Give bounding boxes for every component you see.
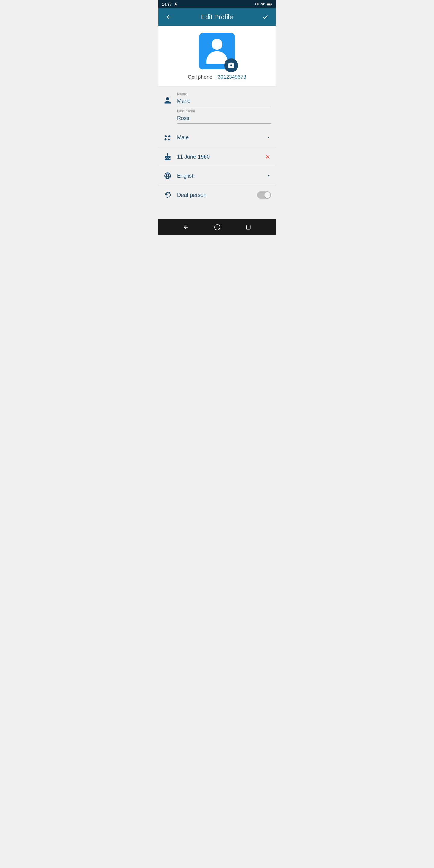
last-name-group: Last name xyxy=(177,107,271,124)
gender-value: Male xyxy=(177,134,261,141)
status-bar-right xyxy=(255,2,272,6)
cellphone-number: +3912345678 xyxy=(215,74,246,80)
last-name-input[interactable] xyxy=(177,114,271,124)
svg-text:♂♀: ♂♀ xyxy=(166,138,169,141)
person-icon xyxy=(163,96,172,104)
profile-section: Cell phone +3912345678 xyxy=(158,26,276,86)
vibrate-icon xyxy=(255,2,259,6)
nav-back-button[interactable] xyxy=(181,222,191,233)
name-row: Name Last name xyxy=(158,86,276,125)
svg-point-4 xyxy=(169,192,170,193)
gender-icon: ♂♀ xyxy=(163,133,172,142)
camera-button[interactable] xyxy=(224,59,238,72)
wifi-icon xyxy=(260,2,265,6)
language-value: English xyxy=(177,173,261,179)
nav-recent-button[interactable] xyxy=(243,222,253,232)
birthday-value: 11 June 1960 xyxy=(177,154,259,160)
deaf-person-row: Deaf person xyxy=(158,185,276,205)
avatar-container xyxy=(199,33,235,69)
avatar-head xyxy=(212,39,222,50)
svg-point-5 xyxy=(215,224,220,230)
name-fields: Name Last name xyxy=(177,90,271,125)
birthday-clear-icon[interactable] xyxy=(264,153,271,160)
last-name-label: Last name xyxy=(177,109,271,113)
first-name-group: Name xyxy=(177,90,271,106)
svg-rect-1 xyxy=(267,3,270,5)
app-bar: Edit Profile xyxy=(158,8,276,26)
deaf-person-toggle[interactable] xyxy=(257,191,271,198)
nav-bar xyxy=(158,219,276,235)
status-time: 14:37 xyxy=(162,2,172,7)
deaf-person-label: Deaf person xyxy=(177,192,252,198)
cellphone-label: Cell phone xyxy=(188,74,212,80)
status-bar-left: 14:37 xyxy=(162,2,178,7)
toggle-knob xyxy=(264,192,270,198)
nav-home-button[interactable] xyxy=(212,221,223,233)
name-label: Name xyxy=(177,92,271,96)
gender-chevron-icon xyxy=(266,135,271,140)
name-input[interactable] xyxy=(177,97,271,106)
cellphone-row: Cell phone +3912345678 xyxy=(188,74,246,80)
avatar-person-icon xyxy=(207,39,227,64)
navigation-icon xyxy=(174,2,178,6)
camera-icon xyxy=(228,62,235,69)
gender-row[interactable]: ♂♀ Male xyxy=(158,128,276,147)
svg-rect-6 xyxy=(247,225,251,229)
battery-icon xyxy=(267,2,272,6)
birthday-row[interactable]: 11 June 1960 xyxy=(158,147,276,166)
language-chevron-icon xyxy=(266,173,271,178)
back-button[interactable] xyxy=(164,12,174,22)
deaf-person-icon xyxy=(163,191,172,199)
avatar-body xyxy=(207,51,227,64)
language-icon xyxy=(163,172,172,180)
form-section: Name Last name ♂♀ Male xyxy=(158,86,276,219)
svg-rect-2 xyxy=(271,4,272,5)
birthday-icon xyxy=(163,153,172,161)
confirm-button[interactable] xyxy=(260,12,270,22)
page-title: Edit Profile xyxy=(201,13,233,21)
language-row[interactable]: English xyxy=(158,166,276,185)
status-bar: 14:37 xyxy=(158,0,276,8)
